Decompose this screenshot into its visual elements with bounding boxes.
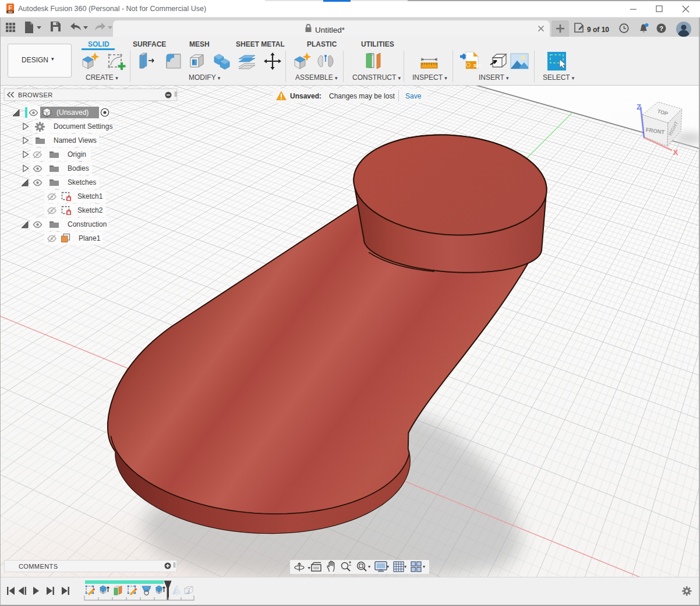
svg-text:SVG: SVG <box>473 63 480 68</box>
svg-text:360: 360 <box>8 10 13 13</box>
svg-text:X: X <box>673 148 678 157</box>
svg-text:?: ? <box>659 25 663 32</box>
svg-text:F: F <box>8 5 12 11</box>
svg-text:Z: Z <box>637 103 641 111</box>
